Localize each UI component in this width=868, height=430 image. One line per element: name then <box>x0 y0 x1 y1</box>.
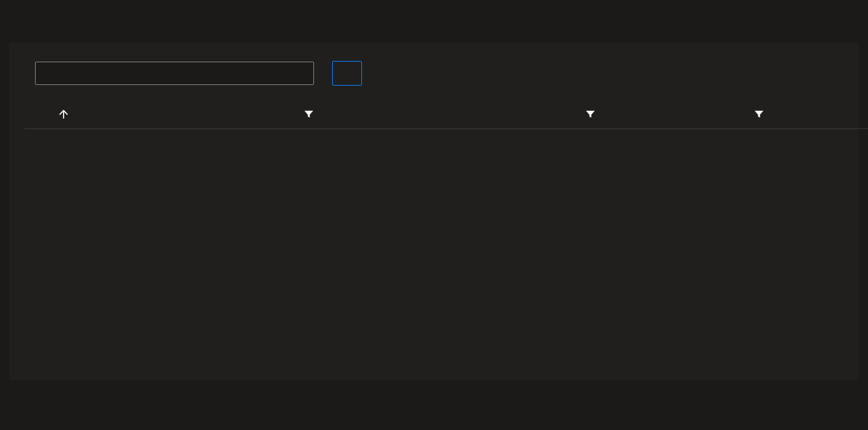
reset-all-button[interactable] <box>332 61 362 86</box>
toolbar <box>35 61 843 86</box>
col-header-name[interactable] <box>25 101 154 129</box>
filter-icon[interactable] <box>302 108 315 121</box>
content-panel <box>9 43 859 380</box>
sort-asc-icon[interactable] <box>57 108 70 121</box>
filter-icon[interactable] <box>753 108 766 121</box>
col-header-node-type[interactable] <box>245 101 401 129</box>
col-header-upgrade-domain[interactable] <box>401 101 602 129</box>
search-input[interactable] <box>35 62 314 85</box>
col-header-is-seed[interactable] <box>771 101 868 129</box>
col-header-address[interactable] <box>154 101 245 129</box>
tab-bar <box>9 21 859 29</box>
col-header-fault-domain[interactable] <box>602 101 771 129</box>
filter-icon[interactable] <box>584 108 597 121</box>
nodes-table <box>25 101 868 129</box>
